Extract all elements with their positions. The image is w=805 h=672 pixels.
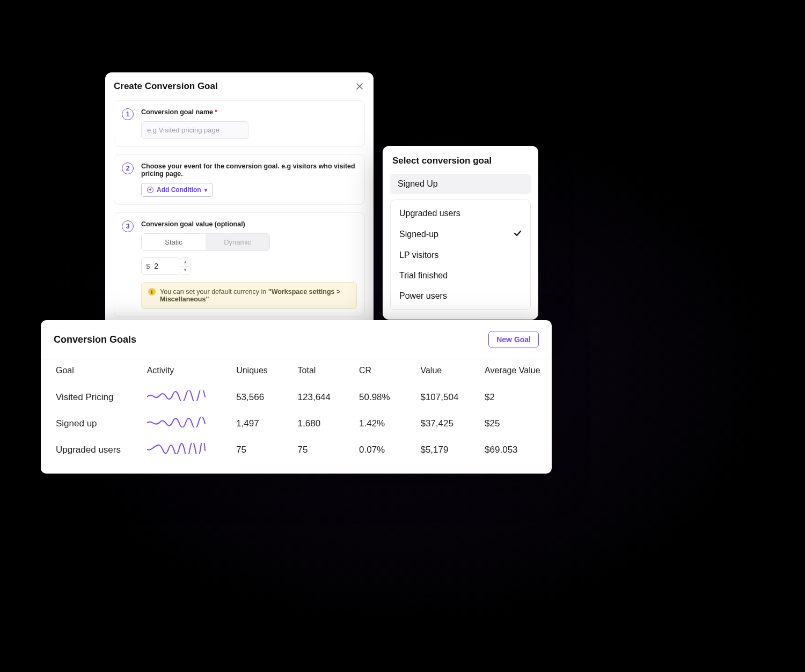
info-icon: i	[148, 288, 156, 296]
dropdown-item-label: LP visitors	[399, 250, 439, 260]
cell-total: 75	[298, 437, 359, 463]
cell-avg: $69.053	[485, 437, 552, 463]
cell-value: $5,179	[420, 437, 485, 463]
cell-goal: Visited Pricing	[41, 384, 147, 410]
stepper-up-icon[interactable]: ▲	[180, 258, 190, 267]
dropdown-item-label: Trial finished	[399, 271, 448, 280]
dropdown-list: Upgraded users Signed-up LP visitors Tri…	[390, 200, 531, 310]
cell-total: 1,680	[298, 410, 359, 437]
close-icon[interactable]	[354, 81, 365, 92]
cell-uniques: 1,497	[236, 410, 297, 437]
cell-goal: Upgraded users	[41, 437, 147, 463]
table-row: Visited Pricing 53,566 123,644 50.98% $1…	[41, 384, 552, 410]
sparkline-icon	[147, 390, 206, 401]
goals-card: Conversion Goals New Goal Goal Activity …	[41, 320, 552, 474]
cell-cr: 1.42%	[359, 410, 420, 437]
goals-header: Conversion Goals New Goal	[41, 320, 552, 359]
add-condition-button[interactable]: + Add Condition ▾	[141, 183, 213, 197]
select-goal-dropdown: Select conversion goal Signed Up Upgrade…	[383, 146, 538, 320]
tab-dynamic[interactable]: Dynamic	[206, 234, 269, 250]
modal-header: Create Conversion Goal	[114, 81, 365, 92]
dropdown-title: Select conversion goal	[390, 156, 531, 166]
plus-icon: +	[147, 187, 153, 193]
new-goal-button[interactable]: New Goal	[488, 331, 539, 348]
cell-value: $37,425	[420, 410, 485, 437]
cell-avg: $25	[485, 410, 552, 437]
dropdown-item[interactable]: Power users	[391, 286, 530, 306]
step-number: 3	[122, 220, 134, 232]
cell-avg: $2	[485, 384, 552, 410]
cell-activity	[147, 384, 236, 410]
col-goal: Goal	[41, 359, 147, 385]
cell-value: $107,504	[420, 384, 485, 410]
col-activity: Activity	[147, 359, 236, 385]
tab-static[interactable]: Static	[142, 234, 206, 250]
goals-title: Conversion Goals	[54, 334, 136, 345]
sparkline-icon	[147, 443, 206, 454]
dropdown-item[interactable]: LP visitors	[391, 245, 530, 265]
dropdown-item-label: Power users	[399, 291, 447, 301]
create-goal-modal: Create Conversion Goal 1 Conversion goal…	[105, 72, 374, 341]
dropdown-item[interactable]: Signed-up	[391, 224, 530, 245]
goals-table: Goal Activity Uniques Total CR Value Ave…	[41, 359, 552, 463]
col-cr: CR	[359, 359, 420, 385]
required-star: *	[215, 108, 217, 116]
check-icon	[513, 229, 522, 240]
currency-symbol: $	[146, 262, 150, 270]
col-avg: Average Value	[485, 359, 552, 385]
step-1-card: 1 Conversion goal name*	[114, 100, 365, 147]
dropdown-item-label: Signed-up	[399, 230, 438, 239]
goal-value-input[interactable]	[154, 262, 175, 270]
step-number: 2	[122, 163, 134, 174]
sparkline-icon	[147, 417, 206, 427]
goal-name-input[interactable]	[141, 121, 248, 139]
chevron-down-icon: ▾	[204, 187, 207, 193]
add-condition-label: Add Condition	[157, 186, 201, 194]
col-uniques: Uniques	[236, 359, 297, 385]
cell-cr: 0.07%	[359, 437, 420, 463]
step-label: Conversion goal name*	[141, 108, 357, 116]
dropdown-item-label: Upgraded users	[399, 209, 460, 218]
currency-info-banner: i You can set your default currency in "…	[141, 282, 357, 309]
value-input-row: $ ▲ ▼	[141, 257, 357, 275]
value-stepper: ▲ ▼	[180, 257, 191, 275]
value-input-wrapper: $	[141, 257, 180, 275]
step-number: 1	[122, 108, 134, 120]
value-type-toggle: Static Dynamic	[141, 233, 270, 251]
dropdown-item[interactable]: Trial finished	[391, 265, 530, 286]
table-row: Upgraded users 75 75 0.07% $5,179 $69.05…	[41, 437, 552, 463]
dropdown-item[interactable]: Upgraded users	[391, 203, 530, 224]
table-row: Signed up 1,497 1,680 1.42% $37,425 $25	[41, 410, 552, 437]
cell-total: 123,644	[298, 384, 359, 410]
cell-uniques: 53,566	[236, 384, 297, 410]
cell-uniques: 75	[236, 437, 297, 463]
cell-cr: 50.98%	[359, 384, 420, 410]
cell-goal: Signed up	[41, 410, 147, 437]
col-total: Total	[298, 359, 359, 385]
step-2-card: 2 Choose your event for the conversion g…	[114, 154, 365, 205]
step-label: Conversion goal value (optional)	[141, 220, 357, 228]
stepper-down-icon[interactable]: ▼	[180, 267, 190, 275]
col-value: Value	[420, 359, 485, 385]
step-label: Choose your event for the conversion goa…	[141, 163, 357, 178]
dropdown-selected[interactable]: Signed Up	[390, 174, 531, 194]
info-prefix: You can set your default currency in	[160, 288, 268, 296]
cell-activity	[147, 410, 236, 437]
info-text: You can set your default currency in "Wo…	[160, 288, 350, 303]
goal-name-label: Conversion goal name	[141, 108, 213, 116]
step-3-card: 3 Conversion goal value (optional) Stati…	[114, 212, 365, 317]
cell-activity	[147, 437, 236, 463]
modal-title: Create Conversion Goal	[114, 81, 218, 92]
